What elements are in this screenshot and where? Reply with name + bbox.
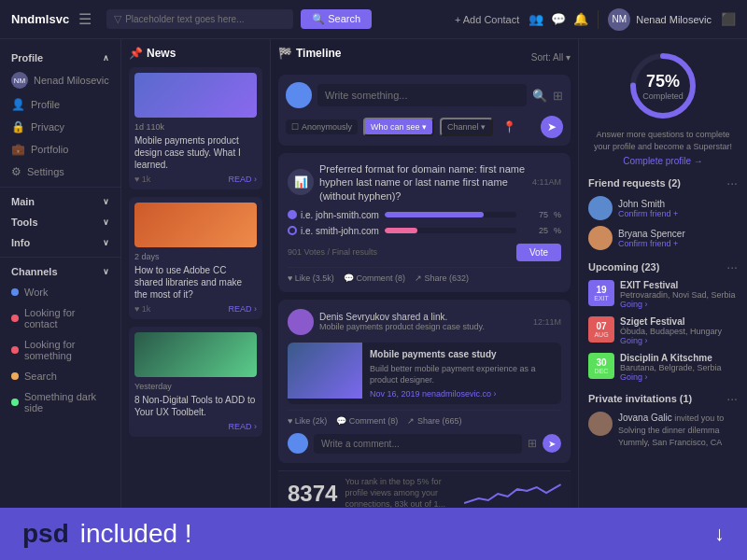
timeline-column: 🏁 Timeline Sort: All ▾ 🔍 ⊞ ☐ bbox=[271, 39, 579, 508]
channel-button[interactable]: Channel ▾ bbox=[440, 118, 493, 136]
poll-option-label-1: i.e. john-smith.com bbox=[288, 210, 379, 220]
share-header: Denis Sevryukov shared a link. Mobile pa… bbox=[288, 309, 561, 335]
event-date-1: 19 EXIT bbox=[588, 280, 614, 306]
share-share[interactable]: ↗ Share (665) bbox=[407, 416, 461, 426]
sidebar-channel-work[interactable]: Work bbox=[0, 282, 120, 302]
image-post-icon[interactable]: ⊞ bbox=[553, 89, 563, 103]
news-title-text-3: 8 Non-Digital Tools to ADD to Your UX To… bbox=[134, 394, 257, 418]
right-panel: 75% Completed Answer more questions to c… bbox=[579, 39, 747, 508]
post-options: ☐ Anonymously Who can see ▾ Channel ▾ 📍 … bbox=[286, 116, 563, 138]
sidebar-avatar: NM bbox=[11, 72, 28, 89]
upcoming-title: Upcoming (23) bbox=[588, 261, 659, 273]
news-likes-1: ♥ 1k bbox=[134, 175, 150, 184]
share-stats: ♥ Like (2k) 💬 Comment (8) ↗ Share (665) bbox=[288, 410, 561, 426]
menu-icon[interactable]: ☰ bbox=[78, 10, 92, 28]
vote-button[interactable]: Vote bbox=[516, 244, 561, 261]
poll-stats: ♥ Like (3.5k) 💬 Comment (8) ↗ Share (632… bbox=[288, 267, 561, 283]
sidebar-tools-section[interactable]: Tools ∨ bbox=[0, 212, 120, 232]
comment-avatar bbox=[288, 433, 308, 454]
event-going-2[interactable]: Going › bbox=[620, 336, 738, 345]
upcoming-menu[interactable]: ··· bbox=[726, 259, 738, 274]
event-info-3: Disciplin A Kitschme Barutana, Belgrade,… bbox=[620, 353, 738, 382]
friend-requests-menu[interactable]: ··· bbox=[726, 175, 738, 190]
friend-avatar-1 bbox=[588, 196, 613, 220]
event-going-1[interactable]: Going › bbox=[620, 300, 738, 309]
chat-icon[interactable]: 💬 bbox=[551, 12, 566, 26]
share-thumb bbox=[288, 343, 362, 399]
comment-send-button[interactable]: ➤ bbox=[543, 434, 561, 453]
share-comments[interactable]: 💬 Comment (8) bbox=[336, 416, 398, 426]
invitations-menu[interactable]: ··· bbox=[726, 391, 738, 406]
poll-likes[interactable]: ♥ Like (3.5k) bbox=[288, 273, 334, 283]
search-button[interactable]: 🔍 Search bbox=[301, 9, 372, 29]
news-thumb-1 bbox=[134, 73, 257, 118]
channel-dot-something bbox=[11, 346, 19, 354]
poll-bar-1 bbox=[385, 212, 484, 217]
progress-completed-label: Completed bbox=[642, 91, 684, 101]
location-icon[interactable]: 📍 bbox=[502, 120, 516, 133]
sidebar-item-settings[interactable]: ⚙ Settings bbox=[0, 161, 120, 183]
comment-input[interactable] bbox=[314, 434, 522, 454]
bell-icon[interactable]: 🔔 bbox=[573, 12, 588, 26]
share-sub: Mobile payments product design case stud… bbox=[319, 322, 485, 331]
poll-bar-2 bbox=[385, 228, 417, 233]
event-location-2: Óbuda, Budapest, Hungary bbox=[620, 327, 738, 336]
settings-icon: ⚙ bbox=[11, 165, 21, 178]
poll-radio-2[interactable] bbox=[288, 226, 297, 235]
share-card: Denis Sevryukov shared a link. Mobile pa… bbox=[278, 300, 571, 463]
sidebar-item-privacy[interactable]: 🔒 Privacy bbox=[0, 116, 120, 138]
sidebar-channel-something[interactable]: Looking for something bbox=[0, 334, 120, 366]
search-in-post-icon[interactable]: 🔍 bbox=[532, 89, 547, 103]
event-name-1: EXIT Festival bbox=[620, 280, 738, 290]
poll-icon: 📊 bbox=[288, 169, 314, 195]
topbar-divider bbox=[598, 10, 599, 29]
sidebar-main-section[interactable]: Main ∨ bbox=[0, 191, 120, 212]
news-footer-2: ♥ 1k READ › bbox=[134, 304, 257, 314]
event-going-3[interactable]: Going › bbox=[620, 372, 738, 382]
news-read-2[interactable]: READ › bbox=[228, 304, 257, 314]
vote-count: 901 Votes / Final results bbox=[288, 247, 377, 257]
post-input[interactable] bbox=[317, 84, 527, 106]
share-likes[interactable]: ♥ Like (2k) bbox=[288, 416, 327, 426]
anonymous-toggle[interactable]: ☐ Anonymously bbox=[286, 119, 358, 134]
search-icon: 🔍 bbox=[312, 13, 328, 24]
event-name-3: Disciplin A Kitschme bbox=[620, 353, 738, 363]
post-send-button[interactable]: ➤ bbox=[541, 116, 563, 138]
profile-chevron[interactable]: ∧ bbox=[103, 53, 109, 63]
sidebar-info-section[interactable]: Info ∨ bbox=[0, 232, 120, 253]
timeline-flag-icon: 🏁 bbox=[278, 47, 292, 60]
stats-bar: 8374 You rank in the top 5% for profile … bbox=[278, 470, 571, 508]
user-avatar: NM bbox=[608, 8, 630, 31]
friend-action-1[interactable]: Confirm friend + bbox=[618, 209, 738, 218]
event-item-1: 19 EXIT EXIT Festival Petrovaradin, Novi… bbox=[588, 280, 738, 309]
sidebar-item-profile[interactable]: 👤 Profile bbox=[0, 93, 120, 116]
friend-action-2[interactable]: Confirm friend + bbox=[618, 239, 738, 248]
share-link-preview[interactable]: Mobile payments case study Build better … bbox=[288, 343, 561, 404]
poll-radio-1[interactable] bbox=[288, 210, 297, 219]
sidebar-item-portfolio[interactable]: 💼 Portfolio bbox=[0, 138, 120, 161]
sidebar-user-item[interactable]: NM Nenad Milosevic bbox=[0, 67, 120, 93]
sort-label[interactable]: Sort: All ▾ bbox=[531, 52, 571, 63]
progress-text: 75% Completed bbox=[642, 72, 684, 101]
news-read-3[interactable]: READ › bbox=[228, 422, 257, 431]
users-icon[interactable]: 👥 bbox=[529, 12, 543, 26]
sidebar-channels-section[interactable]: Channels ∨ bbox=[0, 261, 120, 282]
download-arrow-icon[interactable]: ↓ bbox=[714, 522, 725, 546]
who-can-see-button[interactable]: Who can see ▾ bbox=[363, 118, 434, 136]
add-contact-button[interactable]: + Add Contact bbox=[455, 14, 519, 25]
news-meta-2: 2 days bbox=[134, 252, 257, 261]
filter-bar[interactable]: ▽ bbox=[106, 9, 293, 29]
news-footer-3: READ › bbox=[134, 422, 257, 431]
poll-comments[interactable]: 💬 Comment (8) bbox=[344, 273, 405, 283]
sidebar-channel-contact[interactable]: Looking for contact bbox=[0, 302, 120, 334]
comment-image-icon[interactable]: ⊞ bbox=[528, 437, 537, 450]
complete-profile-link[interactable]: Complete profile → bbox=[623, 156, 703, 166]
sidebar-channel-search[interactable]: Search bbox=[0, 366, 120, 386]
logout-button[interactable]: ⬛ bbox=[721, 12, 736, 26]
poll-share[interactable]: ↗ Share (632) bbox=[415, 273, 469, 283]
invite-item-1: Jovana Galic invited you to Solving the … bbox=[588, 412, 738, 448]
timeline-title: 🏁 Timeline bbox=[278, 47, 341, 60]
news-read-1[interactable]: READ › bbox=[228, 175, 257, 184]
sidebar-channel-dark[interactable]: Something dark side bbox=[0, 386, 120, 418]
filter-input[interactable] bbox=[125, 14, 286, 24]
